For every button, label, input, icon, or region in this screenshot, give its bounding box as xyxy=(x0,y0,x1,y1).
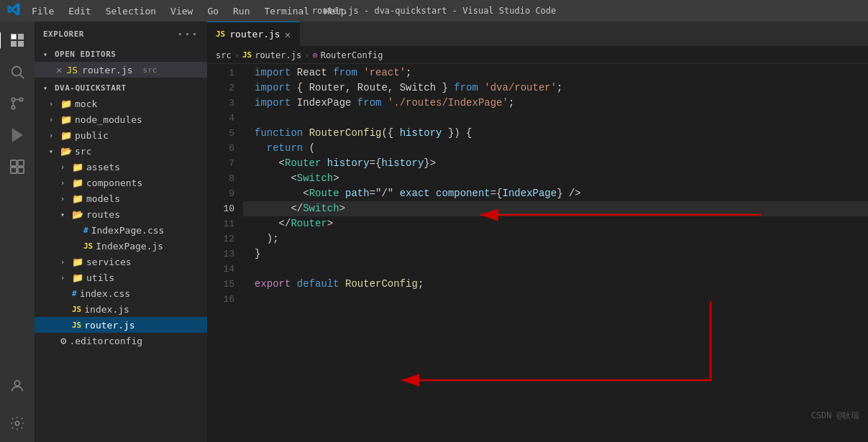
models-label: models xyxy=(86,193,120,204)
activity-source-control[interactable] xyxy=(4,91,30,116)
open-editors-title[interactable]: ▾ Open Editors xyxy=(35,47,207,62)
sidebar-item-services[interactable]: › 📁 services xyxy=(35,254,207,270)
public-label: public xyxy=(75,130,109,141)
line-6: 6 xyxy=(207,141,234,156)
code-line-8: <Switch> xyxy=(243,171,868,186)
open-editors-arrow-icon: ▾ xyxy=(43,50,52,58)
sidebar-item-index-js[interactable]: JS index.js xyxy=(35,301,207,317)
code-line-4 xyxy=(243,111,868,126)
css-icon: # xyxy=(83,226,88,235)
svg-point-5 xyxy=(12,98,15,101)
close-editor-icon[interactable]: ✕ xyxy=(56,64,62,75)
activity-settings[interactable] xyxy=(4,410,30,436)
services-label: services xyxy=(86,257,132,267)
window-title: router.js - dva-quickstart - Visual Stud… xyxy=(312,6,557,16)
line-3: 3 xyxy=(207,96,234,111)
activity-extensions[interactable] xyxy=(4,154,30,180)
svg-rect-7 xyxy=(11,160,17,166)
line-16: 16 xyxy=(207,292,234,307)
sidebar-item-node-modules[interactable]: › 📁 node_modules xyxy=(35,111,207,127)
line-8: 8 xyxy=(207,171,234,186)
sidebar-item-components[interactable]: › 📁 components xyxy=(35,175,207,190)
sidebar-item-mock[interactable]: › 📁 mock xyxy=(35,96,207,111)
breadcrumb-src[interactable]: src xyxy=(216,50,232,60)
sidebar-more-icon[interactable]: ··· xyxy=(177,27,198,41)
sidebar-item-editorconfig[interactable]: ⚙ .editorconfig xyxy=(35,333,207,349)
models-arrow-icon: › xyxy=(60,195,69,203)
utils-arrow-icon: › xyxy=(60,274,69,282)
menu-terminal[interactable]: Terminal xyxy=(259,4,316,18)
sidebar: Explorer ··· ▾ Open Editors ✕ JS router.… xyxy=(35,22,207,442)
js-icon: JS xyxy=(72,305,81,314)
vscode-logo-icon xyxy=(7,3,20,19)
sidebar-item-indexpage-js[interactable]: JS IndexPage.js xyxy=(35,238,207,254)
code-line-2: import { Router, Route, Switch } from 'd… xyxy=(243,80,868,96)
open-editor-router-js[interactable]: ✕ JS router.js src xyxy=(35,62,207,78)
indexpage-css-label: IndexPage.css xyxy=(91,225,165,236)
svg-point-4 xyxy=(19,98,23,101)
main-layout: Explorer ··· ▾ Open Editors ✕ JS router.… xyxy=(0,22,868,442)
svg-point-1 xyxy=(12,67,22,76)
code-line-9: <Route path="/" exact component={IndexPa… xyxy=(243,186,868,201)
line-1: 1 xyxy=(207,65,234,80)
line-15: 15 xyxy=(207,277,234,292)
menu-selection[interactable]: Selection xyxy=(100,4,162,18)
activity-search[interactable] xyxy=(4,59,30,85)
menu-go[interactable]: Go xyxy=(201,4,224,18)
svg-point-12 xyxy=(15,421,19,425)
folder-icon: 📁 xyxy=(60,114,72,125)
menu-run[interactable]: Run xyxy=(227,4,255,18)
tab-close-icon[interactable]: ✕ xyxy=(285,29,291,40)
breadcrumb-routerconfig[interactable]: RouterConfig xyxy=(321,50,383,60)
folder-icon: 📁 xyxy=(72,257,83,267)
title-bar-left: File Edit Selection View Go Run Terminal… xyxy=(7,3,352,19)
sidebar-item-router-js[interactable]: JS router.js xyxy=(35,317,207,333)
sidebar-item-src[interactable]: ▾ 📂 src xyxy=(35,143,207,159)
activity-account[interactable] xyxy=(4,373,30,399)
node-modules-arrow-icon: › xyxy=(49,116,58,124)
src-arrow-icon: ▾ xyxy=(49,147,58,155)
menu-file[interactable]: File xyxy=(26,4,60,18)
activity-explorer[interactable] xyxy=(4,27,30,53)
svg-marker-6 xyxy=(13,129,22,142)
code-editor[interactable]: 1 2 3 4 5 6 7 8 9 10 11 12 13 14 15 16 i… xyxy=(207,64,868,442)
tab-router-js[interactable]: JS router.js ✕ xyxy=(207,22,300,47)
tab-bar: JS router.js ✕ xyxy=(207,22,868,47)
code-line-5: function RouterConfig({ history }) { xyxy=(243,126,868,141)
css-icon: # xyxy=(72,289,77,298)
mock-label: mock xyxy=(75,98,97,109)
title-bar: File Edit Selection View Go Run Terminal… xyxy=(0,0,868,22)
sidebar-item-models[interactable]: › 📁 models xyxy=(35,190,207,206)
config-icon: ⚙ xyxy=(60,335,66,346)
sidebar-item-utils[interactable]: › 📁 utils xyxy=(35,270,207,285)
folder-icon: 📂 xyxy=(60,146,72,157)
code-line-16 xyxy=(243,292,868,307)
utils-label: utils xyxy=(86,272,114,283)
menu-view[interactable]: View xyxy=(165,4,198,18)
folder-icon: 📂 xyxy=(72,209,83,220)
sidebar-header: Explorer ··· xyxy=(35,22,207,47)
menu-edit[interactable]: Edit xyxy=(63,4,96,18)
node-modules-label: node_modules xyxy=(75,114,142,125)
sidebar-item-assets[interactable]: › 📁 assets xyxy=(35,159,207,175)
code-line-6: return ( xyxy=(243,141,868,156)
assets-arrow-icon: › xyxy=(60,163,69,171)
js-icon: JS xyxy=(72,321,81,330)
services-arrow-icon: › xyxy=(60,258,69,266)
svg-rect-9 xyxy=(11,167,17,173)
line-numbers: 1 2 3 4 5 6 7 8 9 10 11 12 13 14 15 16 xyxy=(207,64,243,442)
code-line-10: </Switch> xyxy=(243,201,868,216)
sidebar-item-routes[interactable]: ▾ 📂 routes xyxy=(35,206,207,222)
folder-icon: 📁 xyxy=(72,272,83,283)
breadcrumb-router-js[interactable]: router.js xyxy=(255,50,301,60)
sidebar-item-indexpage-css[interactable]: # IndexPage.css xyxy=(35,222,207,238)
activity-run[interactable] xyxy=(4,122,30,148)
sidebar-item-index-css[interactable]: # index.css xyxy=(35,285,207,301)
routes-label: routes xyxy=(86,209,120,220)
project-section-title[interactable]: ▾ DVA-QUICKSTART xyxy=(35,80,207,96)
sidebar-item-public[interactable]: › 📁 public xyxy=(35,127,207,143)
js-icon: JS xyxy=(83,241,93,251)
js-file-icon: JS xyxy=(66,65,78,75)
components-label: components xyxy=(86,178,142,188)
sidebar-title: Explorer xyxy=(43,29,84,39)
